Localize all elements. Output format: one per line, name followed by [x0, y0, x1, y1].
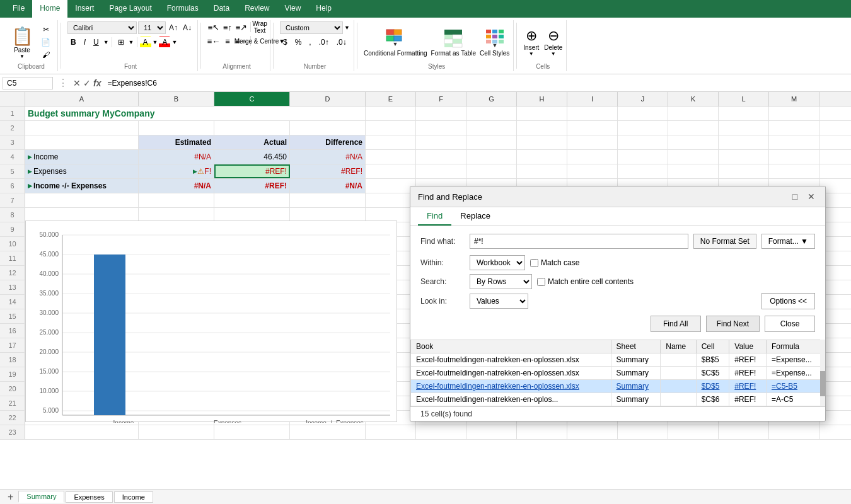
cell-l2[interactable]: [719, 121, 769, 135]
tab-review[interactable]: Review: [237, 0, 277, 18]
dialog-close-btn[interactable]: ✕: [805, 190, 818, 203]
cell-a8[interactable]: [25, 208, 139, 222]
match-entire-label[interactable]: Match entire cell contents: [537, 277, 634, 286]
cell-l3[interactable]: [719, 135, 769, 149]
cell-c6[interactable]: #REF!: [214, 179, 290, 193]
cell-d23[interactable]: [290, 425, 366, 439]
dialog-tab-find[interactable]: Find: [418, 207, 451, 226]
format-dropdown-btn[interactable]: Format... ▼: [761, 234, 815, 249]
result-row-3[interactable]: Excel-foutmeldingen-natrekken-en-oplosse…: [411, 380, 825, 393]
cell-l23[interactable]: [719, 425, 769, 439]
result-row-2[interactable]: Excel-foutmeldingen-natrekken-en-oplosse…: [411, 367, 825, 380]
col-header-c[interactable]: C: [214, 92, 290, 106]
cut-button[interactable]: ✂: [38, 24, 54, 35]
cell-b5[interactable]: ▶ ⚠ F!: [139, 164, 214, 178]
cell-g4[interactable]: [466, 150, 517, 164]
cell-f4[interactable]: [416, 150, 466, 164]
cell-c8[interactable]: [214, 208, 290, 222]
cell-j4[interactable]: [618, 150, 668, 164]
align-top-right-btn[interactable]: ≡↗: [235, 21, 248, 33]
cell-c3[interactable]: Actual: [214, 135, 290, 149]
cell-e3[interactable]: [366, 135, 416, 149]
col-header-l[interactable]: L: [719, 92, 769, 106]
cell-b4[interactable]: #N/A: [139, 150, 214, 164]
align-top-left-btn[interactable]: ≡↖: [207, 21, 220, 33]
tab-data[interactable]: Data: [206, 0, 237, 18]
font-grow-btn[interactable]: A↑: [167, 22, 180, 33]
result-row-4[interactable]: Excel-foutmeldingen-natrekken-en-oplos..…: [411, 393, 825, 406]
insert-btn[interactable]: ⊕ Insert ▼: [523, 28, 539, 57]
col-header-f[interactable]: F: [416, 92, 466, 106]
cell-l5[interactable]: [719, 164, 769, 178]
cell-i3[interactable]: [567, 135, 618, 149]
find-all-btn[interactable]: Find All: [651, 316, 701, 332]
tab-insert[interactable]: Insert: [67, 0, 101, 18]
cell-a4[interactable]: ▶Income: [25, 150, 139, 164]
cell-k4[interactable]: [668, 150, 719, 164]
underline-button[interactable]: U: [90, 37, 102, 48]
tab-help[interactable]: Help: [308, 0, 339, 18]
cell-g2[interactable]: [466, 121, 517, 135]
fill-color-button[interactable]: A: [140, 37, 151, 48]
col-header-e[interactable]: E: [366, 92, 416, 106]
cell-c5[interactable]: #REF!: [214, 164, 290, 178]
cell-i5[interactable]: [567, 164, 618, 178]
cell-a3[interactable]: [25, 135, 139, 149]
tab-file[interactable]: File: [5, 0, 32, 18]
dialog-minimize-btn[interactable]: □: [789, 190, 801, 203]
results-scrollbar[interactable]: [820, 340, 825, 406]
col-header-k[interactable]: K: [668, 92, 719, 106]
cell-j5[interactable]: [618, 164, 668, 178]
cell-e5[interactable]: [366, 164, 416, 178]
decrease-decimal-btn[interactable]: .0↓: [333, 37, 350, 48]
col-header-m[interactable]: M: [769, 92, 819, 106]
options-btn[interactable]: Options <<: [761, 293, 815, 309]
scrollbar-thumb[interactable]: [820, 371, 825, 396]
find-replace-dialog[interactable]: Find and Replace □ ✕ Find Replace Find w…: [410, 186, 826, 421]
cell-m1[interactable]: [769, 106, 819, 120]
cell-h4[interactable]: [517, 150, 567, 164]
cell-d7[interactable]: [290, 193, 366, 207]
cell-j3[interactable]: [618, 135, 668, 149]
cell-e1[interactable]: [366, 106, 416, 120]
find-what-input[interactable]: [470, 234, 688, 249]
comma-btn[interactable]: ,: [306, 37, 314, 48]
cell-e4[interactable]: [366, 150, 416, 164]
cell-h5[interactable]: [517, 164, 567, 178]
cell-m4[interactable]: [769, 150, 819, 164]
tab-home[interactable]: Home: [32, 0, 67, 18]
cell-k5[interactable]: [668, 164, 719, 178]
cell-e2[interactable]: [366, 121, 416, 135]
cell-d2[interactable]: [290, 121, 366, 135]
col-header-a[interactable]: A: [25, 92, 139, 106]
look-in-select[interactable]: Values Formulas Comments: [470, 294, 528, 309]
cell-k2[interactable]: [668, 121, 719, 135]
merge-centre-btn[interactable]: Merge & Centre ▼: [253, 35, 266, 47]
bold-button[interactable]: B: [67, 37, 79, 48]
cell-g23[interactable]: [466, 425, 517, 439]
fx-icon[interactable]: fx: [93, 78, 101, 88]
cell-d5[interactable]: #REF!: [290, 164, 366, 178]
cell-l4[interactable]: [719, 150, 769, 164]
cell-b6[interactable]: #N/A: [139, 179, 214, 193]
cell-i4[interactable]: [567, 150, 618, 164]
cell-c23[interactable]: [214, 425, 290, 439]
cell-f1[interactable]: [416, 106, 466, 120]
cell-a1[interactable]: Budget summary MyCompany: [25, 106, 366, 120]
cell-i23[interactable]: [567, 425, 618, 439]
delete-btn[interactable]: ⊖ Delete ▼: [544, 28, 562, 57]
cell-a5[interactable]: ▶Expenses: [25, 164, 139, 178]
cell-c7[interactable]: [214, 193, 290, 207]
cell-f2[interactable]: [416, 121, 466, 135]
increase-decimal-btn[interactable]: .0↑: [316, 37, 332, 48]
cell-b7[interactable]: [139, 193, 214, 207]
match-case-label[interactable]: Match case: [530, 258, 579, 267]
cell-e8[interactable]: [366, 208, 416, 222]
cell-h1[interactable]: [517, 106, 567, 120]
col-header-j[interactable]: J: [618, 92, 668, 106]
cell-d4[interactable]: #N/A: [290, 150, 366, 164]
cell-styles-btn[interactable]: ▼ Cell Styles: [480, 27, 509, 57]
percent-btn[interactable]: %: [292, 37, 305, 48]
currency-btn[interactable]: $: [280, 37, 291, 48]
formula-input[interactable]: [103, 77, 848, 89]
